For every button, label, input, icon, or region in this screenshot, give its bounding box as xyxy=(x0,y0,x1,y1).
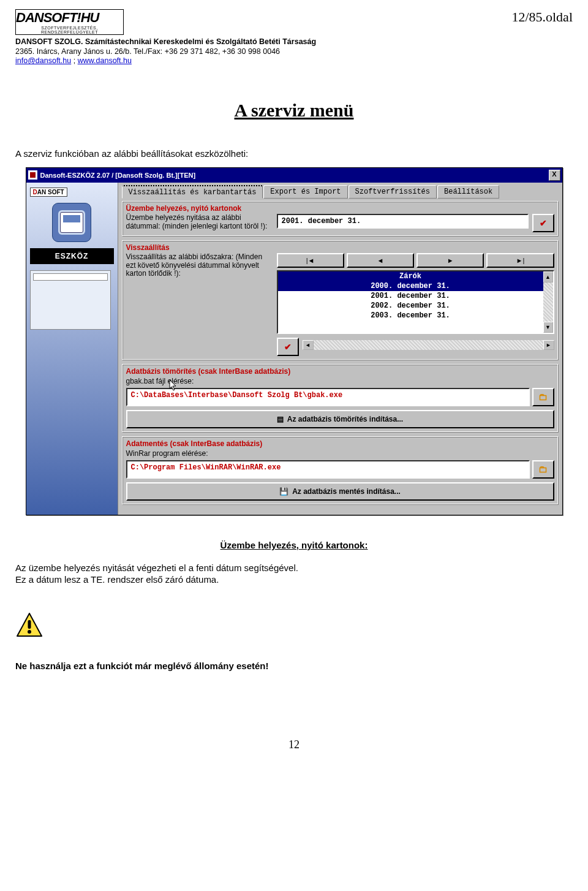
start-backup-button[interactable]: 💾 Az adatbázis mentés indítása... xyxy=(126,482,554,501)
list-item[interactable]: 2001. december 31. xyxy=(278,291,543,301)
group2-title: Visszaállítás xyxy=(126,243,554,252)
start-compress-label: Az adatbázis tömörítés indítása... xyxy=(287,415,403,423)
gbak-path-field[interactable]: C:\DataBases\Interbase\Dansoft Szolg Bt\… xyxy=(126,388,530,406)
browse-winrar-button[interactable]: 🗀 xyxy=(532,460,554,479)
scroll-down-button[interactable]: ▼ xyxy=(543,322,553,333)
folder-icon: 🗀 xyxy=(538,392,548,401)
scroll-left-button[interactable]: ◄ xyxy=(303,340,314,350)
winrar-path-field[interactable]: C:\Program Files\WinRAR\WinRAR.exe xyxy=(126,460,530,479)
folder-icon: 🗀 xyxy=(538,464,548,474)
company-address: 2365. Inárcs, Arany János u. 26/b. Tel./… xyxy=(15,47,316,57)
start-compress-button[interactable]: ▤ Az adatbázis tömörítés indítása... xyxy=(126,410,554,428)
confirm-button[interactable]: ✔ xyxy=(532,214,554,232)
separator: ; xyxy=(71,56,77,65)
paragraph1: Az üzembe helyezés nyitását végezheti el… xyxy=(15,563,573,586)
page-number: 12 xyxy=(15,738,573,751)
tab-bar: Visszaállítás és karbantartás Export és … xyxy=(122,185,559,199)
list-header: Zárók xyxy=(278,271,543,281)
group3-title: Adatbázis tömörítés (csak InterBase adat… xyxy=(126,367,554,376)
nav-next-button[interactable]: ► xyxy=(417,253,484,268)
svg-point-2 xyxy=(28,630,31,634)
group-initial-setup: Üzembe helyezés, nyitó kartonok Üzembe h… xyxy=(122,201,559,237)
company-name: DANSOFT SZOLG. Számítástechnikai Kereske… xyxy=(15,37,316,47)
nav-first-button[interactable]: |◄ xyxy=(277,253,344,268)
window-title: Dansoft-ESZKÖZ 2.07 / [Dansoft Szolg. Bt… xyxy=(40,172,196,179)
browse-gbak-button[interactable]: 🗀 xyxy=(532,388,554,406)
app-icon xyxy=(28,170,37,180)
horizontal-scrollbar[interactable]: ◄ ► xyxy=(303,340,554,350)
start-backup-label: Az adatbázis mentés indítása... xyxy=(292,487,401,496)
warning-icon xyxy=(15,612,43,640)
logo-sub: SZOFTVERFEJLESZTÉS, RENDSZERFELÜGYELET xyxy=(16,26,123,34)
svg-rect-1 xyxy=(28,620,31,629)
email-link[interactable]: info@dansoft.hu xyxy=(15,56,71,65)
web-link[interactable]: www.dansoft.hu xyxy=(78,56,132,65)
confirm-restore-button[interactable]: ✔ xyxy=(277,338,299,356)
group3-label: gbak.bat fájl elérése: xyxy=(126,377,554,385)
group-db-backup: Adatmentés (csak InterBase adatbázis) Wi… xyxy=(122,436,559,505)
subsection-title: Üzembe helyezés, nyitó kartonok: xyxy=(15,540,573,550)
panel-thumbnail xyxy=(30,270,111,330)
nav-prev-button[interactable]: ◄ xyxy=(347,253,414,268)
vertical-scrollbar[interactable]: ▲ ▼ xyxy=(543,271,553,333)
list-item[interactable]: 2002. december 31. xyxy=(278,301,543,311)
group-db-compress: Adatbázis tömörítés (csak InterBase adat… xyxy=(122,364,559,433)
list-item[interactable]: 2000. december 31. xyxy=(278,281,543,291)
nav-last-button[interactable]: ►| xyxy=(486,253,554,268)
save-icon: 💾 xyxy=(279,487,288,496)
section-title: A szerviz menü xyxy=(15,100,573,121)
group4-title: Adatmentés (csak InterBase adatbázis) xyxy=(126,439,554,448)
warning-text: Ne használja ezt a funkciót már meglévő … xyxy=(15,661,573,671)
close-button[interactable]: X xyxy=(549,170,560,181)
list-item[interactable]: 2003. december 31. xyxy=(278,311,543,320)
panel-label: ESZKÖZ xyxy=(30,248,114,264)
group2-desc: Visszaállítás az alábbi időszakra: (Mind… xyxy=(126,253,273,278)
tab-export-import[interactable]: Export és Import xyxy=(263,185,347,199)
panel-app-icon xyxy=(52,203,91,242)
hscroll-track[interactable] xyxy=(314,340,543,350)
date-field[interactable]: 2001. december 31. xyxy=(277,214,529,229)
group1-title: Üzembe helyezés, nyitó kartonok xyxy=(126,204,554,213)
logo-main: DANSOFT!HU xyxy=(16,10,99,25)
database-icon: ▤ xyxy=(277,415,284,423)
page-indicator: 12/85.oldal xyxy=(511,9,573,25)
side-panel: DAN SOFT ESZKÖZ xyxy=(26,183,118,515)
tab-settings[interactable]: Beállítások xyxy=(437,185,499,199)
logo: DANSOFT!HU SZOFTVERFEJLESZTÉS, RENDSZERF… xyxy=(15,9,124,35)
app-window: Dansoft-ESZKÖZ 2.07 / [Dansoft Szolg. Bt… xyxy=(26,167,563,515)
scroll-up-button[interactable]: ▲ xyxy=(543,271,553,282)
scroll-track[interactable] xyxy=(543,282,553,322)
closing-dates-listbox[interactable]: Zárók 2000. december 31. 2001. december … xyxy=(277,270,554,334)
group1-desc: Üzembe helyezés nyitása az alábbi dátumm… xyxy=(126,214,273,231)
header-block: DANSOFT!HU SZOFTVERFEJLESZTÉS, RENDSZERF… xyxy=(15,9,316,66)
tab-software-update[interactable]: Szoftverfrissítés xyxy=(349,185,437,199)
panel-brand-logo: DAN SOFT xyxy=(30,188,67,197)
tab-restore-maintenance[interactable]: Visszaállítás és karbantartás xyxy=(122,185,263,199)
group-restore: Visszaállítás Visszaállítás az alábbi id… xyxy=(122,240,559,360)
group4-label: WinRar program elérése: xyxy=(126,449,554,458)
titlebar: Dansoft-ESZKÖZ 2.07 / [Dansoft Szolg. Bt… xyxy=(26,168,562,183)
intro-text: A szerviz funkcióban az alábbi beállítás… xyxy=(15,148,573,159)
scroll-right-button[interactable]: ► xyxy=(543,340,554,350)
